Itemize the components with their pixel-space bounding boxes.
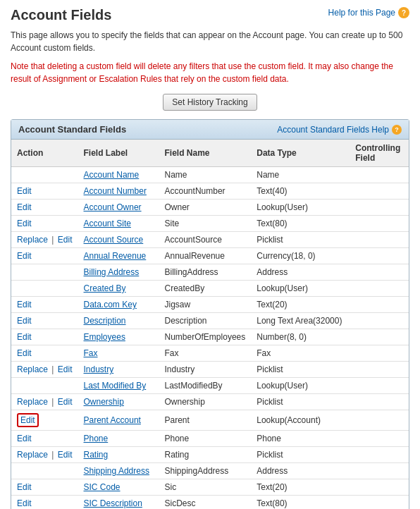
action-link-edit-16[interactable]: Edit [17, 434, 32, 443]
field-label-link-19[interactable]: SIC Code [84, 482, 121, 492]
table-row: EditParent AccountParentLookup(Account) [11, 410, 409, 431]
controlling-field-cell-11 [350, 345, 409, 362]
table-row: Account NameNameName [11, 167, 409, 183]
page-description: This page allows you to specify the fiel… [11, 29, 409, 54]
table-row: Shipping AddressShippingAddressAddress [11, 463, 409, 479]
help-link[interactable]: Help for this Page ? [328, 7, 409, 18]
help-icon: ? [398, 7, 409, 18]
page-note: Note that deleting a custom field will d… [11, 60, 409, 85]
data-type-cell-6: Address [251, 264, 350, 281]
table-row: EditData.com KeyJigsawText(20) [11, 297, 409, 313]
field-name-cell-11: Fax [159, 345, 252, 362]
field-label-link-11[interactable]: Fax [84, 348, 98, 358]
action-link-edit-19[interactable]: Edit [17, 482, 32, 492]
action-link-edit-8[interactable]: Edit [17, 300, 32, 309]
section-help[interactable]: Account Standard Fields Help ? [277, 125, 402, 135]
table-row: EditSIC DescriptionSicDescText(80) [11, 496, 409, 510]
action-link-edit-14[interactable]: Edit [58, 397, 73, 407]
action-link-replace-17[interactable]: Replace [17, 450, 48, 460]
action-link-replace-4[interactable]: Replace [17, 235, 48, 245]
page-title: Account Fields [11, 7, 111, 23]
field-label-link-0[interactable]: Account Name [84, 170, 140, 180]
field-label-link-13[interactable]: Last Modified By [84, 381, 147, 391]
action-link-replace-14[interactable]: Replace [17, 397, 48, 407]
controlling-field-cell-18 [350, 463, 409, 479]
field-label-cell-6: Billing Address [78, 264, 159, 281]
table-row: Replace | EditIndustryIndustryPicklist [11, 362, 409, 378]
action-link-edit-12[interactable]: Edit [58, 364, 73, 374]
data-type-cell-8: Text(20) [251, 297, 350, 313]
field-label-link-10[interactable]: Employees [84, 332, 125, 342]
page-container: Account Fields Help for this Page ? This… [0, 0, 420, 509]
field-label-link-4[interactable]: Account Source [84, 235, 144, 245]
action-link-edit-9[interactable]: Edit [17, 316, 32, 326]
action-link-edit-11[interactable]: Edit [17, 348, 32, 358]
action-link-edit-15[interactable]: Edit [20, 415, 35, 425]
action-link-edit-3[interactable]: Edit [17, 219, 32, 228]
action-cell-3: Edit [11, 216, 78, 232]
field-label-link-15[interactable]: Parent Account [84, 415, 141, 425]
field-label-link-17[interactable]: Rating [84, 450, 109, 460]
field-name-cell-20: SicDesc [159, 496, 252, 510]
action-sep: | [49, 397, 56, 407]
action-sep: | [49, 450, 56, 460]
controlling-field-cell-5 [350, 248, 409, 264]
field-name-cell-19: Sic [159, 479, 252, 496]
field-label-cell-13: Last Modified By [78, 378, 159, 394]
action-link-replace-12[interactable]: Replace [17, 364, 48, 374]
field-label-link-16[interactable]: Phone [84, 434, 109, 443]
table-row: Replace | EditAccount SourceAccountSourc… [11, 232, 409, 248]
field-label-link-20[interactable]: SIC Description [84, 498, 142, 508]
data-type-cell-2: Lookup(User) [251, 200, 350, 216]
field-name-cell-2: Owner [159, 200, 252, 216]
field-label-link-3[interactable]: Account Site [84, 219, 131, 228]
action-link-edit-5[interactable]: Edit [17, 251, 32, 261]
data-type-cell-3: Text(80) [251, 216, 350, 232]
action-link-edit-17[interactable]: Edit [58, 450, 73, 460]
field-name-cell-9: Description [159, 313, 252, 329]
controlling-field-cell-10 [350, 329, 409, 345]
field-label-link-2[interactable]: Account Owner [84, 202, 142, 212]
section-box: Account Standard Fields Account Standard… [11, 119, 409, 509]
action-link-edit-2[interactable]: Edit [17, 202, 32, 212]
table-row: EditSIC CodeSicText(20) [11, 479, 409, 496]
action-cell-16: Edit [11, 431, 78, 447]
field-label-link-18[interactable]: Shipping Address [84, 466, 149, 476]
data-type-cell-18: Address [251, 463, 350, 479]
controlling-field-cell-14 [350, 394, 409, 410]
set-history-tracking-button[interactable]: Set History Tracking [163, 94, 257, 111]
data-type-cell-0: Name [251, 167, 350, 183]
table-row: Last Modified ByLastModifiedByLookup(Use… [11, 378, 409, 394]
data-type-cell-5: Currency(18, 0) [251, 248, 350, 264]
data-type-cell-17: Picklist [251, 447, 350, 463]
fields-table: Action Field Label Field Name Data Type … [11, 140, 409, 509]
action-cell-15: Edit [11, 410, 78, 431]
field-name-cell-4: AccountSource [159, 232, 252, 248]
action-link-edit-10[interactable]: Edit [17, 332, 32, 342]
action-link-edit-4[interactable]: Edit [58, 235, 73, 245]
controlling-field-cell-3 [350, 216, 409, 232]
field-label-link-1[interactable]: Account Number [84, 186, 147, 196]
action-link-edit-20[interactable]: Edit [17, 498, 32, 508]
data-type-cell-4: Picklist [251, 232, 350, 248]
field-label-link-8[interactable]: Data.com Key [84, 300, 137, 309]
field-name-cell-15: Parent [159, 410, 252, 431]
table-row: EditEmployeesNumberOfEmployeesNumber(8, … [11, 329, 409, 345]
field-label-link-14[interactable]: Ownership [84, 397, 124, 407]
field-name-cell-5: AnnualRevenue [159, 248, 252, 264]
action-link-edit-1[interactable]: Edit [17, 186, 32, 196]
section-help-text: Account Standard Fields Help [277, 125, 389, 135]
controlling-field-cell-2 [350, 200, 409, 216]
field-label-link-5[interactable]: Annual Revenue [84, 251, 147, 261]
help-link-text: Help for this Page [328, 8, 395, 18]
field-label-link-12[interactable]: Industry [84, 364, 114, 374]
controlling-field-cell-17 [350, 447, 409, 463]
action-cell-5: Edit [11, 248, 78, 264]
field-label-link-9[interactable]: Description [84, 316, 126, 326]
table-row: EditPhonePhonePhone [11, 431, 409, 447]
field-name-cell-14: Ownership [159, 394, 252, 410]
action-cell-12: Replace | Edit [11, 362, 78, 378]
field-label-cell-2: Account Owner [78, 200, 159, 216]
field-label-link-7[interactable]: Created By [84, 283, 126, 293]
field-label-link-6[interactable]: Billing Address [84, 267, 140, 277]
